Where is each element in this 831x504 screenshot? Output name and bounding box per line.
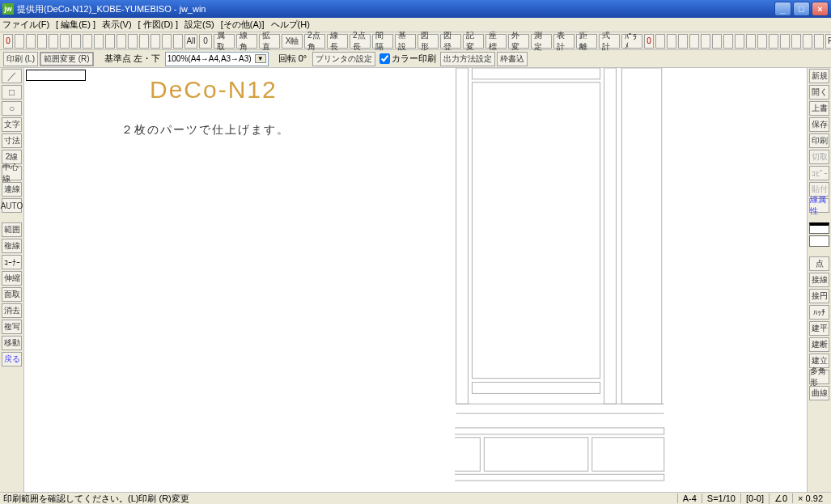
color-print-checkbox[interactable]: カラー印刷	[379, 53, 436, 65]
parallel-tool[interactable]: 複線	[2, 239, 22, 253]
undo-tool[interactable]: 戻る	[2, 352, 22, 366]
auto-tool[interactable]: AUTO	[2, 198, 22, 213]
tb-zutou[interactable]: 図登	[440, 34, 461, 49]
tb-kihen[interactable]: 記変	[463, 34, 484, 49]
tb-kisetsu[interactable]: 基設	[395, 34, 416, 49]
tb-gaihen[interactable]: 外変	[508, 34, 529, 49]
marker-0-left[interactable]: 0	[3, 34, 13, 49]
minimize-button[interactable]: _	[774, 2, 791, 16]
group-btn[interactable]	[803, 34, 812, 49]
group-btn[interactable]	[678, 34, 688, 49]
menu-draw[interactable]: [ 作図(D) ]	[138, 19, 179, 31]
layer-btn[interactable]	[139, 34, 149, 49]
maximize-button[interactable]: □	[793, 2, 810, 16]
cut-button[interactable]: 切取	[809, 150, 829, 164]
copy-tool[interactable]: 複写	[2, 320, 22, 334]
group-btn[interactable]	[712, 34, 722, 49]
layer-btn[interactable]	[49, 34, 58, 49]
group-btn[interactable]	[689, 34, 699, 49]
menu-edit[interactable]: [ 編集(E) ]	[56, 19, 95, 31]
print-button[interactable]: 印刷 (L)	[3, 52, 38, 66]
layer-btn[interactable]	[151, 34, 160, 49]
tb-xjiku[interactable]: X軸	[282, 34, 303, 49]
color-print-input[interactable]	[379, 53, 390, 64]
all-button[interactable]: All	[184, 34, 197, 49]
polygon-tool[interactable]: 多角形	[809, 370, 829, 384]
tb-senchou[interactable]: 線長	[327, 34, 348, 49]
polyline-tool[interactable]: 連線	[2, 182, 22, 197]
close-button[interactable]: ×	[812, 2, 829, 16]
layer-btn[interactable]	[105, 34, 115, 49]
range-change-button[interactable]: 範囲変更 (R)	[40, 52, 94, 66]
range-tool[interactable]: 範囲	[2, 222, 22, 237]
tb-zokutori[interactable]: 属取	[214, 34, 235, 49]
group-btn[interactable]	[701, 34, 710, 49]
tb-shikikei[interactable]: 式計	[599, 34, 620, 49]
centerline-tool[interactable]: 中心線	[2, 166, 22, 180]
group-btn[interactable]	[791, 34, 801, 49]
tb-senkaku[interactable]: 線角	[236, 34, 257, 49]
layer-btn[interactable]	[94, 34, 104, 49]
zero-button[interactable]: 0	[199, 34, 212, 49]
erase-tool[interactable]: 消去	[2, 303, 22, 318]
group-btn[interactable]	[655, 34, 665, 49]
layer-btn[interactable]	[60, 34, 70, 49]
tb-hyoukei[interactable]: 表計	[553, 34, 574, 49]
copy-button[interactable]: ｺﾋﾟｰ	[809, 166, 829, 180]
overwrite-button[interactable]: 上書	[809, 101, 829, 116]
menu-settings[interactable]: 設定(S)	[184, 19, 214, 31]
print-side-button[interactable]: 印刷	[809, 133, 829, 148]
circle-tool[interactable]: ○	[2, 101, 22, 116]
open-button[interactable]: 開く	[809, 85, 829, 100]
tb-param[interactable]: ﾊﾟﾗﾒ	[621, 34, 642, 49]
layer-btn[interactable]	[71, 34, 81, 49]
dimension-tool[interactable]: 寸法	[2, 133, 22, 148]
layer-btn[interactable]	[83, 34, 92, 49]
new-button[interactable]: 新規	[809, 69, 829, 83]
tb-kakuchoku[interactable]: 拡直	[259, 34, 280, 49]
layer-btn[interactable]	[26, 34, 36, 49]
tb-2tenkaku[interactable]: 2点角	[304, 34, 325, 49]
stretch-tool[interactable]: 伸縮	[2, 271, 22, 286]
group-btn[interactable]	[814, 34, 824, 49]
tb-kankaku[interactable]: 間隔	[372, 34, 393, 49]
tangent-tool[interactable]: 接線	[809, 273, 829, 287]
layer-btn[interactable]	[37, 34, 47, 49]
line-attr-button[interactable]: 線属性	[809, 198, 829, 213]
menu-file[interactable]: ファイル(F)	[2, 19, 49, 31]
text-tool[interactable]: 文字	[2, 117, 22, 132]
move-tool[interactable]: 移動	[2, 336, 22, 350]
curve-tool[interactable]: 曲線	[809, 386, 829, 400]
color-swatch-black[interactable]	[809, 222, 829, 234]
group-btn[interactable]	[746, 34, 756, 49]
group-btn[interactable]	[757, 34, 767, 49]
hatch-tool[interactable]: ﾊｯﾁ	[809, 305, 829, 320]
layer-btn[interactable]	[173, 34, 183, 49]
section-tool[interactable]: 建断	[809, 337, 829, 352]
marker-0-right[interactable]: 0	[644, 34, 654, 49]
frame-write-button[interactable]: 枠書込	[497, 52, 528, 66]
printer-settings-button[interactable]: プリンタの設定	[312, 52, 375, 66]
f-button[interactable]: F	[825, 34, 831, 49]
group-btn[interactable]	[780, 34, 790, 49]
menu-view[interactable]: 表示(V)	[102, 19, 132, 31]
tb-zahyou[interactable]: 座標	[485, 34, 507, 49]
layer-btn[interactable]	[117, 34, 126, 49]
drawing-canvas[interactable]: DeCo-N12 ２枚のパーツで仕上げます。	[24, 68, 807, 492]
line-tool[interactable]: ／	[2, 69, 22, 83]
group-btn[interactable]	[769, 34, 778, 49]
corner-tool[interactable]: ｺｰﾅｰ	[2, 255, 22, 269]
chamfer-tool[interactable]: 面取	[2, 287, 22, 302]
tb-zukei[interactable]: 図形	[418, 34, 439, 49]
plan-tool[interactable]: 建平	[809, 321, 829, 336]
layer-btn[interactable]	[128, 34, 138, 49]
tb-sokutei[interactable]: 測定	[531, 34, 552, 49]
tb-kyori[interactable]: 距離	[576, 34, 597, 49]
tb-2tenchou[interactable]: 2点長	[350, 34, 371, 49]
tangent-circle-tool[interactable]: 接円	[809, 289, 829, 303]
group-btn[interactable]	[735, 34, 744, 49]
rect-tool[interactable]: □	[2, 85, 22, 100]
layer-btn[interactable]	[162, 34, 172, 49]
group-btn[interactable]	[667, 34, 676, 49]
color-swatch-white[interactable]	[809, 235, 829, 247]
